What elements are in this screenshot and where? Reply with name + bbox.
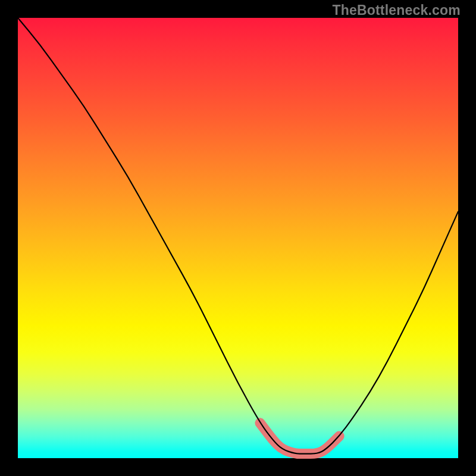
attribution-text: TheBottleneck.com xyxy=(332,2,461,18)
chart-frame: TheBottleneck.com xyxy=(0,0,476,476)
curve-svg xyxy=(18,18,458,458)
bottleneck-curve xyxy=(18,18,458,454)
plot-area xyxy=(18,18,458,458)
